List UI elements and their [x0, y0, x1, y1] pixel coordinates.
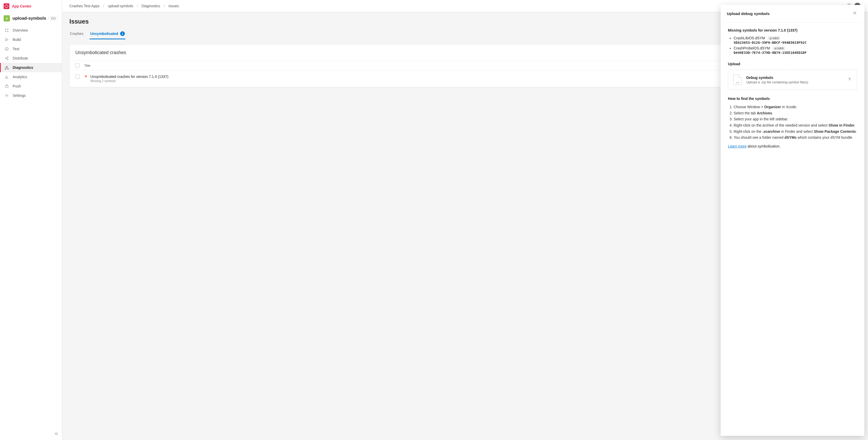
tab-label: Crashes: [70, 32, 83, 36]
close-button[interactable]: [851, 9, 858, 18]
crumb[interactable]: Issues: [168, 4, 179, 8]
nav-label: Overview: [13, 28, 28, 32]
svg-point-1: [5, 29, 6, 30]
app-header: u upload-symbols iOS: [0, 12, 62, 24]
sidebar-item-build[interactable]: Build: [0, 35, 62, 44]
howto-steps: Choose Window > Organizer in Xcode. Sele…: [728, 104, 857, 140]
panel-title: Upload debug symbols: [727, 11, 770, 16]
nav-label: Distribute: [13, 56, 28, 60]
brand-name: App Center: [12, 4, 31, 8]
push-icon: [4, 84, 9, 88]
howto-step: Choose Window > Organizer in Xcode.: [734, 104, 857, 110]
tab-count-badge: 1: [120, 31, 125, 36]
close-icon: [852, 10, 857, 15]
main: Crashes Test Apps / upload-symbols / Dia…: [62, 0, 868, 440]
crumb-sep: /: [137, 4, 138, 8]
nav-label: Diagnostics: [13, 65, 33, 70]
sidebar: App Center u upload-symbols iOS Overview…: [0, 0, 62, 440]
crumb[interactable]: Diagnostics: [142, 4, 160, 8]
panel-header: Upload debug symbols: [721, 5, 864, 23]
svg-point-11: [6, 95, 7, 96]
svg-rect-10: [5, 86, 8, 88]
collapse-sidebar-button[interactable]: [54, 432, 59, 437]
brand-logo-icon: [4, 3, 9, 9]
platform-badge: iOS: [49, 16, 58, 21]
play-icon: [4, 37, 9, 42]
app-avatar: u: [4, 15, 10, 22]
howto-step: You should see a folder named dSYMs whic…: [734, 135, 857, 140]
svg-point-2: [7, 29, 8, 30]
crumb-sep: /: [103, 4, 104, 8]
brand[interactable]: App Center: [0, 0, 62, 12]
nav-label: Push: [13, 84, 21, 88]
row-checkbox[interactable]: [75, 74, 80, 79]
row-subtitle: Missing 2 symbols: [90, 79, 168, 83]
nav: Overview Build Test Distribute Diagnosti…: [0, 24, 62, 428]
upload-dropzone[interactable]: .ZIP Debug symbols Upload a .zip file co…: [728, 70, 857, 90]
sidebar-item-diagnostics[interactable]: Diagnostics: [0, 63, 62, 72]
tab-crashes[interactable]: Crashes: [69, 30, 84, 39]
tab-unsymbolicated[interactable]: Unsymbolicated 1: [90, 30, 125, 39]
symbol-name: CrashProbeiOS.dSYM: [734, 46, 770, 50]
missing-symbols-list: CrashLibiOS.dSYM arm64 5DA23653-D126-39F…: [728, 36, 857, 55]
svg-point-8: [7, 57, 8, 58]
sidebar-item-analytics[interactable]: Analytics: [0, 72, 62, 82]
symbol-uuid: D449E33D-7E74-379D-8B79-15EE104ED1DF: [734, 51, 807, 55]
upload-symbols-panel: Upload debug symbols Missing symbols for…: [721, 5, 864, 436]
symbol-item: CrashProbeiOS.dSYM arm64 D449E33D-7E74-3…: [734, 46, 857, 55]
share-icon: [4, 56, 9, 60]
svg-point-3: [5, 31, 6, 32]
upload-title: Debug symbols: [746, 75, 808, 80]
upload-arrow-icon: [847, 77, 852, 82]
nav-label: Settings: [13, 93, 26, 98]
nav-label: Analytics: [13, 75, 27, 79]
sidebar-item-overview[interactable]: Overview: [0, 26, 62, 35]
sidebar-item-test[interactable]: Test: [0, 44, 62, 54]
howto-heading: How to find the symbols: [728, 97, 857, 101]
symbol-uuid: 5DA23653-D126-39F0-BDCF-994B3019F92C: [734, 41, 807, 44]
howto-step: Select the tab Archives.: [734, 111, 857, 116]
gear-icon: [4, 93, 9, 98]
row-title: Unsymbolicated crashes for version 7.1.0…: [90, 74, 168, 79]
svg-point-9: [7, 59, 8, 60]
zip-file-icon: .ZIP: [733, 74, 742, 85]
howto-step: Right-click on the .xcarchive in Finder …: [734, 129, 857, 134]
sidebar-item-push[interactable]: Push: [0, 82, 62, 91]
learn-more-link[interactable]: Learn more: [728, 144, 747, 148]
learn-more-row: Learn more about symbolication.: [728, 144, 857, 148]
svg-marker-5: [6, 38, 8, 41]
crumb[interactable]: upload-symbols: [108, 4, 133, 8]
check-circle-icon: [4, 47, 9, 51]
crumb[interactable]: Crashes Test Apps: [69, 4, 99, 8]
sidebar-item-settings[interactable]: Settings: [0, 91, 62, 100]
nav-label: Build: [13, 37, 21, 42]
howto-step: Select your app in the left sidebar.: [734, 117, 857, 122]
missing-symbols-heading: Missing symbols for version 7.1.0 (1337): [728, 28, 857, 32]
nav-label: Test: [13, 47, 20, 51]
breadcrumb: Crashes Test Apps / upload-symbols / Dia…: [69, 4, 179, 8]
svg-marker-0: [5, 5, 8, 8]
upload-subtitle: Upload a .zip file containing symbol fil…: [746, 80, 808, 84]
arch-badge: arm64: [768, 36, 780, 40]
bolt-icon: [84, 74, 88, 79]
arch-badge: arm64: [772, 46, 785, 51]
sidebar-item-distribute[interactable]: Distribute: [0, 54, 62, 63]
symbol-name: CrashLibiOS.dSYM: [734, 36, 765, 40]
upload-heading: Upload: [728, 62, 857, 66]
svg-point-4: [7, 31, 8, 32]
chevrons-left-icon: [54, 432, 59, 436]
warning-icon: [4, 65, 9, 70]
symbol-item: CrashLibiOS.dSYM arm64 5DA23653-D126-39F…: [734, 36, 857, 44]
tab-label: Unsymbolicated: [90, 32, 118, 36]
learn-more-text: about symbolication.: [747, 144, 781, 148]
app-name: upload-symbols: [12, 16, 46, 21]
column-title: Title: [84, 64, 90, 68]
chart-icon: [4, 75, 9, 79]
svg-point-6: [5, 48, 8, 51]
select-all-checkbox[interactable]: [75, 63, 80, 68]
crumb-sep: /: [164, 4, 165, 8]
howto-step: Right-click on the archive of the needed…: [734, 123, 857, 128]
grid-icon: [4, 28, 9, 32]
